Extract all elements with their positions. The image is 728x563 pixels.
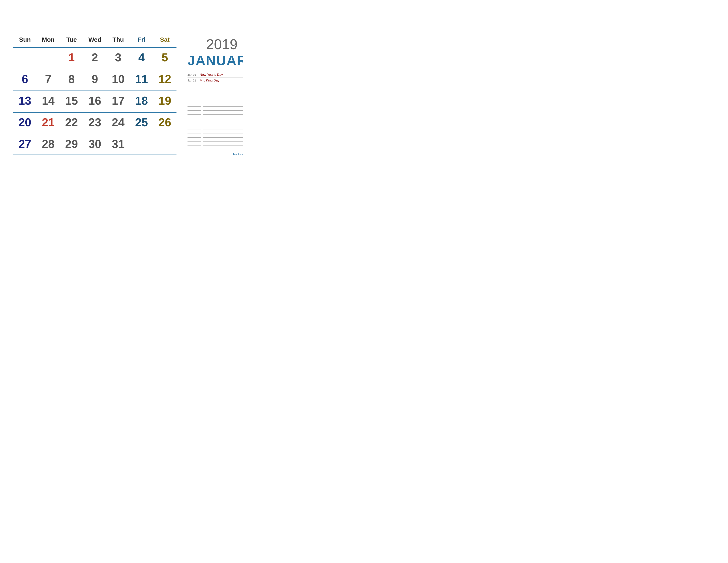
note-line [188, 106, 243, 107]
header-fri: Fri [130, 34, 153, 45]
note-text-underline [203, 110, 243, 111]
day-cell: 5 [153, 49, 176, 66]
note-line [188, 137, 243, 138]
note-date-underline [188, 114, 201, 115]
month-title: JANUARY [188, 53, 243, 68]
notes-section [188, 106, 243, 150]
day-cell: 19 [153, 92, 176, 109]
note-line [188, 141, 243, 142]
weeks-container: 1234567891011121314151617181920212223242… [13, 47, 176, 155]
note-line [188, 114, 243, 115]
day-headers: Sun Mon Tue Wed Thu Fri Sat [13, 34, 176, 45]
week-row: 20212223242526 [13, 112, 176, 133]
day-cell: 10 [107, 71, 130, 87]
calendar-left: Sun Mon Tue Wed Thu Fri Sat 123456789101… [13, 34, 176, 156]
note-text-underline [203, 114, 243, 115]
day-cell: 11 [130, 71, 153, 87]
day-cell: 21 [37, 114, 60, 131]
header-wed: Wed [83, 34, 107, 45]
day-cell: 3 [107, 49, 130, 66]
header-thu: Thu [107, 34, 130, 45]
holiday-date: Jan 21 [188, 79, 200, 82]
holidays-section: Jan 01New Year's DayJan 21M L King Day [188, 73, 243, 104]
note-date-underline [188, 141, 201, 142]
day-cell: 23 [83, 114, 107, 131]
note-date-underline [188, 133, 201, 134]
holiday-date: Jan 01 [188, 73, 200, 76]
day-cell: 28 [37, 135, 60, 152]
day-cell: 24 [107, 114, 130, 131]
day-cell: 18 [130, 92, 153, 109]
note-text-underline [203, 145, 243, 145]
note-line [188, 145, 243, 145]
day-cell: 12 [153, 71, 176, 87]
day-cell: 2 [83, 49, 107, 66]
note-line [188, 130, 243, 130]
calendar-container: Sun Mon Tue Wed Thu Fri Sat 123456789101… [4, 25, 238, 162]
holiday-name: M L King Day [200, 78, 243, 82]
day-cell: 30 [83, 135, 107, 152]
header-tue: Tue [60, 34, 83, 45]
day-cell: 15 [60, 92, 83, 109]
day-cell: 26 [153, 114, 176, 131]
week-row: 13141516171819 [13, 90, 176, 111]
header-mon: Mon [37, 34, 60, 45]
note-text-underline [203, 106, 243, 107]
note-date-underline [188, 110, 201, 111]
note-date-underline [188, 149, 201, 149]
day-cell: 1 [60, 49, 83, 66]
week-row: 12345 [13, 47, 176, 68]
day-cell: 20 [13, 114, 37, 131]
holiday-separator [188, 83, 243, 83]
day-cell: 31 [107, 135, 130, 152]
header-sat: Sat [153, 34, 176, 45]
holiday-row: Jan 21M L King Day [188, 78, 243, 83]
calendar-right: 2019 JANUARY Jan 01New Year's DayJan 21M… [176, 34, 243, 156]
header-sun: Sun [13, 34, 37, 45]
week-row: 6789101112 [13, 69, 176, 90]
note-date-underline [188, 106, 201, 107]
day-cell: 6 [13, 71, 37, 87]
day-cell: 16 [83, 92, 107, 109]
note-date-underline [188, 122, 201, 122]
day-cell: 17 [107, 92, 130, 109]
note-text-underline [203, 141, 243, 142]
note-text-underline [203, 130, 243, 130]
day-cell: 4 [130, 49, 153, 66]
note-line [188, 149, 243, 149]
note-date-underline [188, 137, 201, 138]
footer-url: blank-calendar.com [188, 153, 243, 156]
week-row: 2728293031 [13, 134, 176, 155]
note-text-underline [203, 149, 243, 149]
day-cell: 13 [13, 92, 37, 109]
note-text-underline [203, 137, 243, 138]
note-text-underline [203, 126, 243, 126]
year-title: 2019 [188, 36, 243, 53]
day-cell: 25 [130, 114, 153, 131]
note-date-underline [188, 130, 201, 130]
day-cell: 9 [83, 71, 107, 87]
note-date-underline [188, 145, 201, 145]
note-date-underline [188, 118, 201, 118]
day-cell: 22 [60, 114, 83, 131]
note-text-underline [203, 133, 243, 134]
day-cell: 14 [37, 92, 60, 109]
note-line [188, 133, 243, 134]
note-date-underline [188, 126, 201, 126]
day-cell: 7 [37, 71, 60, 87]
note-line [188, 110, 243, 111]
note-text-underline [203, 118, 243, 118]
day-cell: 29 [60, 135, 83, 152]
holiday-row: Jan 01New Year's Day [188, 73, 243, 77]
note-line [188, 122, 243, 122]
day-cell: 8 [60, 71, 83, 87]
note-line [188, 126, 243, 126]
note-text-underline [203, 122, 243, 122]
day-cell: 27 [13, 135, 37, 152]
holiday-name: New Year's Day [200, 73, 243, 76]
note-line [188, 118, 243, 118]
